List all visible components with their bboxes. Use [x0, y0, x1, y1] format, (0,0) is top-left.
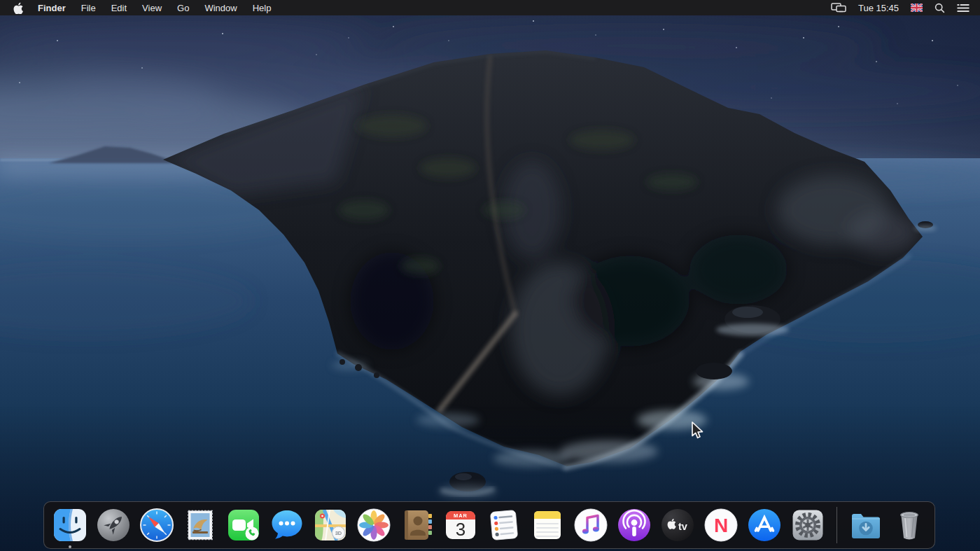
running-indicator: [69, 545, 71, 548]
dock-item-trash[interactable]: [891, 507, 927, 543]
spotlight-menu[interactable]: [934, 0, 945, 15]
launchpad-icon: [95, 507, 132, 543]
reminders-icon: [486, 507, 522, 543]
facetime-icon: [225, 507, 262, 543]
system-preferences-icon: [790, 507, 826, 543]
dock-item-app-store[interactable]: [746, 507, 783, 543]
finder-icon: [52, 507, 88, 543]
dock-item-safari[interactable]: [139, 507, 175, 543]
uk-flag-icon: [911, 4, 923, 12]
menu-bar: Finder File Edit View Go Window Help Tue…: [0, 0, 980, 15]
calendar-day: 3: [456, 519, 465, 540]
calendar-icon: MAR 3: [442, 507, 479, 543]
dock-item-news[interactable]: N: [703, 507, 739, 543]
mail-icon: [182, 507, 218, 543]
dock-item-finder[interactable]: [52, 507, 88, 543]
dock-item-messages[interactable]: [269, 507, 305, 543]
safari-icon: [139, 507, 175, 543]
menu-label: View: [142, 3, 162, 13]
menu-item-window[interactable]: Window: [197, 0, 244, 15]
news-letter: N: [714, 515, 728, 536]
contacts-icon: [399, 507, 435, 543]
menu-label: Go: [177, 3, 189, 13]
apple-tv-label: tv: [678, 521, 687, 532]
dock-item-music[interactable]: [573, 507, 609, 543]
display-mirroring-menu[interactable]: [831, 0, 846, 15]
notes-icon: [529, 507, 566, 543]
podcasts-icon: [616, 507, 652, 543]
dock-item-maps[interactable]: 3D: [312, 507, 349, 543]
dock-item-downloads-folder[interactable]: [848, 507, 884, 543]
maps-icon: 3D: [312, 507, 349, 543]
menu-clock[interactable]: Tue 15:45: [858, 0, 899, 15]
dock-item-reminders[interactable]: [486, 507, 522, 543]
wallpaper-catalina-night: [0, 0, 980, 551]
menu-label: Finder: [38, 3, 66, 13]
calendar-month: MAR: [454, 512, 468, 519]
notification-center-list-icon: [957, 4, 969, 13]
dock-item-system-preferences[interactable]: [790, 507, 826, 543]
trash-icon: [891, 507, 927, 543]
dock-item-apple-tv[interactable]: tv: [659, 507, 696, 543]
downloads-folder-icon: [848, 507, 884, 543]
menu-label: Window: [204, 3, 237, 13]
menu-item-go[interactable]: Go: [169, 0, 197, 15]
menu-label: Help: [253, 3, 272, 13]
search-icon: [934, 3, 945, 13]
dock-separator: [836, 507, 837, 543]
apple-tv-icon: tv: [659, 507, 696, 543]
apple-logo-icon: [13, 2, 23, 14]
dock-item-facetime[interactable]: [225, 507, 262, 543]
music-icon: [573, 507, 609, 543]
menu-label: File: [81, 3, 96, 13]
maps-3d-badge: 3D: [335, 530, 342, 536]
dock-item-mail[interactable]: [182, 507, 218, 543]
dock-item-podcasts[interactable]: [616, 507, 652, 543]
photos-icon: [356, 507, 392, 543]
app-store-icon: [746, 507, 783, 543]
desktop[interactable]: Finder File Edit View Go Window Help Tue…: [0, 0, 980, 551]
menu-item-finder[interactable]: Finder: [30, 0, 74, 15]
menu-item-view[interactable]: View: [134, 0, 169, 15]
menu-item-edit[interactable]: Edit: [104, 0, 134, 15]
notification-center-menu[interactable]: [957, 0, 969, 15]
menu-item-file[interactable]: File: [74, 0, 104, 15]
news-icon: N: [703, 507, 739, 543]
display-mirroring-icon: [831, 3, 846, 13]
menu-item-help[interactable]: Help: [245, 0, 279, 15]
apple-menu[interactable]: [0, 0, 30, 15]
dock-item-launchpad[interactable]: [95, 507, 132, 543]
dock-item-photos[interactable]: [356, 507, 392, 543]
dock-item-notes[interactable]: [529, 507, 566, 543]
dock-item-calendar[interactable]: MAR 3: [442, 507, 479, 543]
input-source-menu[interactable]: [911, 0, 923, 15]
clock-text: Tue 15:45: [858, 3, 899, 13]
dock-item-contacts[interactable]: [399, 507, 435, 543]
messages-icon: [269, 507, 305, 543]
dock: 3D: [43, 501, 935, 549]
menu-label: Edit: [111, 3, 127, 13]
